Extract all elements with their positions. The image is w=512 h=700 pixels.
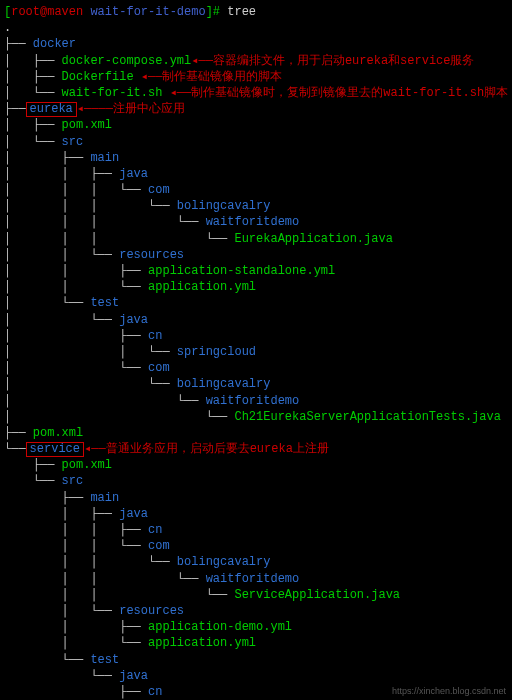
note-wait: 制作基础镜像时，复制到镜像里去的wait-for-it.sh脚本 <box>191 86 508 100</box>
dir-springcloud: springcloud <box>177 345 256 359</box>
file-docker-compose: docker-compose.yml <box>62 54 192 68</box>
file-app-standalone: application-standalone.yml <box>148 264 335 278</box>
file-eureka-tests: Ch21EurekaServerApplicationTests.java <box>234 410 500 424</box>
file-pom: pom.xml <box>62 118 112 132</box>
note-service: 普通业务应用，启动后要去eureka上注册 <box>106 442 329 456</box>
file-service-app: ServiceApplication.java <box>234 588 400 602</box>
dir-test: test <box>90 296 119 310</box>
dir-src: src <box>62 135 84 149</box>
dir-cn: cn <box>148 329 162 343</box>
note-compose: 容器编排文件，用于启动eureka和service服务 <box>213 54 475 68</box>
dir-com: com <box>148 183 170 197</box>
dir-main: main <box>90 151 119 165</box>
file-wait-for-it: wait-for-it.sh <box>62 86 163 100</box>
file-app-yml: application.yml <box>148 280 256 294</box>
dir-java: java <box>119 167 148 181</box>
dir-waitforitdemo: waitforitdemo <box>206 215 300 229</box>
dir-resources: resources <box>119 248 184 262</box>
dir-docker: docker <box>33 37 76 51</box>
tree-output: . ├── docker │ ├── docker-compose.yml◂──… <box>4 20 508 700</box>
tree-root: . <box>4 21 11 35</box>
watermark: https://xinchen.blog.csdn.net <box>392 685 506 697</box>
file-eureka-app: EurekaApplication.java <box>234 232 392 246</box>
dir-bolingcavalry: bolingcavalry <box>177 199 271 213</box>
shell-prompt: [root@maven wait-for-it-demo]# tree <box>4 4 508 20</box>
file-dockerfile: Dockerfile <box>62 70 134 84</box>
note-dockerfile: 制作基础镜像用的脚本 <box>162 70 282 84</box>
note-eureka: 注册中心应用 <box>113 102 185 116</box>
arrow-icon: ◂── <box>191 54 213 68</box>
dir-service: service <box>30 442 80 456</box>
file-app-demo: application-demo.yml <box>148 620 292 634</box>
dir-eureka: eureka <box>30 102 73 116</box>
